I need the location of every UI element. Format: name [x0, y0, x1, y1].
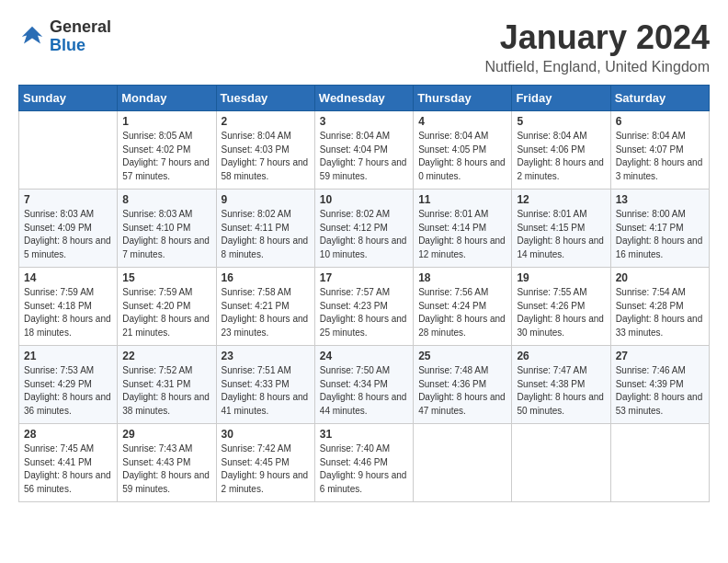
logo-text: General Blue	[50, 18, 111, 55]
day-number: 7	[24, 193, 112, 206]
calendar-header: SundayMondayTuesdayWednesdayThursdayFrid…	[19, 86, 710, 111]
header-day-tuesday: Tuesday	[216, 86, 314, 111]
day-info: Sunrise: 7:59 AMSunset: 4:18 PMDaylight:…	[24, 286, 112, 339]
day-info: Sunrise: 8:03 AMSunset: 4:09 PMDaylight:…	[24, 208, 112, 261]
calendar-row-2: 14Sunrise: 7:59 AMSunset: 4:18 PMDayligh…	[19, 268, 710, 346]
calendar-cell: 11Sunrise: 8:01 AMSunset: 4:14 PMDayligh…	[414, 190, 512, 268]
day-info: Sunrise: 7:47 AMSunset: 4:38 PMDaylight:…	[517, 364, 605, 418]
title-block: January 2024 Nutfield, England, United K…	[484, 18, 710, 75]
day-number: 27	[616, 350, 704, 362]
day-info: Sunrise: 7:42 AMSunset: 4:45 PMDaylight:…	[222, 442, 310, 496]
calendar-cell: 13Sunrise: 8:00 AMSunset: 4:17 PMDayligh…	[610, 190, 709, 268]
day-number: 9	[222, 193, 310, 206]
day-info: Sunrise: 7:48 AMSunset: 4:36 PMDaylight:…	[418, 364, 506, 418]
day-info: Sunrise: 8:04 AMSunset: 4:07 PMDaylight:…	[616, 130, 704, 183]
calendar-cell: 17Sunrise: 7:57 AMSunset: 4:23 PMDayligh…	[314, 268, 413, 346]
calendar-cell: 4Sunrise: 8:04 AMSunset: 4:05 PMDaylight…	[414, 111, 512, 190]
calendar-cell	[414, 424, 512, 502]
calendar-cell	[610, 424, 709, 502]
day-number: 11	[418, 193, 506, 206]
header-day-sunday: Sunday	[19, 86, 118, 111]
day-info: Sunrise: 7:58 AMSunset: 4:21 PMDaylight:…	[222, 286, 310, 339]
header-day-wednesday: Wednesday	[314, 86, 413, 111]
day-info: Sunrise: 8:04 AMSunset: 4:03 PMDaylight:…	[222, 130, 310, 183]
day-number: 16	[222, 271, 310, 284]
day-info: Sunrise: 7:50 AMSunset: 4:34 PMDaylight:…	[320, 364, 408, 418]
calendar-body: 1Sunrise: 8:05 AMSunset: 4:02 PMDaylight…	[19, 111, 710, 502]
location-text: Nutfield, England, United Kingdom	[484, 59, 710, 75]
day-number: 12	[517, 193, 605, 206]
calendar-cell: 1Sunrise: 8:05 AMSunset: 4:02 PMDaylight…	[118, 111, 216, 190]
day-number: 14	[24, 271, 112, 284]
day-info: Sunrise: 7:52 AMSunset: 4:31 PMDaylight:…	[122, 364, 210, 418]
header-day-friday: Friday	[512, 86, 610, 111]
day-number: 29	[122, 428, 210, 441]
calendar-cell: 19Sunrise: 7:55 AMSunset: 4:26 PMDayligh…	[512, 268, 610, 346]
day-info: Sunrise: 8:02 AMSunset: 4:12 PMDaylight:…	[320, 208, 408, 261]
calendar-cell: 22Sunrise: 7:52 AMSunset: 4:31 PMDayligh…	[118, 346, 216, 424]
calendar-cell: 15Sunrise: 7:59 AMSunset: 4:20 PMDayligh…	[118, 268, 216, 346]
day-number: 25	[418, 350, 506, 362]
day-number: 8	[122, 193, 210, 206]
header-row: SundayMondayTuesdayWednesdayThursdayFrid…	[19, 86, 710, 111]
day-info: Sunrise: 7:40 AMSunset: 4:46 PMDaylight:…	[320, 442, 408, 496]
day-info: Sunrise: 8:01 AMSunset: 4:14 PMDaylight:…	[418, 208, 506, 261]
calendar-cell: 24Sunrise: 7:50 AMSunset: 4:34 PMDayligh…	[314, 346, 413, 424]
day-number: 5	[517, 115, 605, 128]
calendar-cell: 23Sunrise: 7:51 AMSunset: 4:33 PMDayligh…	[216, 346, 314, 424]
calendar-row-0: 1Sunrise: 8:05 AMSunset: 4:02 PMDaylight…	[19, 111, 710, 190]
calendar-row-4: 28Sunrise: 7:45 AMSunset: 4:41 PMDayligh…	[19, 424, 710, 502]
day-number: 20	[616, 271, 704, 284]
day-number: 26	[517, 350, 605, 362]
calendar-cell: 28Sunrise: 7:45 AMSunset: 4:41 PMDayligh…	[19, 424, 118, 502]
day-number: 30	[222, 428, 310, 441]
day-info: Sunrise: 8:04 AMSunset: 4:04 PMDaylight:…	[320, 130, 408, 183]
calendar-table: SundayMondayTuesdayWednesdayThursdayFrid…	[18, 85, 710, 502]
day-info: Sunrise: 7:55 AMSunset: 4:26 PMDaylight:…	[517, 286, 605, 339]
day-number: 24	[320, 350, 408, 362]
day-info: Sunrise: 7:57 AMSunset: 4:23 PMDaylight:…	[320, 286, 408, 339]
page-header: General Blue January 2024 Nutfield, Engl…	[18, 18, 710, 75]
day-number: 18	[418, 271, 506, 284]
day-number: 13	[616, 193, 704, 206]
day-number: 31	[320, 428, 408, 441]
calendar-cell: 9Sunrise: 8:02 AMSunset: 4:11 PMDaylight…	[216, 190, 314, 268]
calendar-cell: 7Sunrise: 8:03 AMSunset: 4:09 PMDaylight…	[19, 190, 118, 268]
calendar-cell: 16Sunrise: 7:58 AMSunset: 4:21 PMDayligh…	[216, 268, 314, 346]
day-number: 17	[320, 271, 408, 284]
calendar-cell: 31Sunrise: 7:40 AMSunset: 4:46 PMDayligh…	[314, 424, 413, 502]
calendar-cell: 18Sunrise: 7:56 AMSunset: 4:24 PMDayligh…	[414, 268, 512, 346]
header-day-thursday: Thursday	[414, 86, 512, 111]
calendar-cell: 14Sunrise: 7:59 AMSunset: 4:18 PMDayligh…	[19, 268, 118, 346]
day-info: Sunrise: 7:43 AMSunset: 4:43 PMDaylight:…	[122, 442, 210, 496]
day-info: Sunrise: 8:03 AMSunset: 4:10 PMDaylight:…	[122, 208, 210, 261]
day-info: Sunrise: 8:00 AMSunset: 4:17 PMDaylight:…	[616, 208, 704, 261]
day-info: Sunrise: 8:04 AMSunset: 4:05 PMDaylight:…	[418, 130, 506, 183]
day-info: Sunrise: 7:56 AMSunset: 4:24 PMDaylight:…	[418, 286, 506, 339]
day-info: Sunrise: 8:05 AMSunset: 4:02 PMDaylight:…	[122, 130, 210, 183]
calendar-cell	[512, 424, 610, 502]
day-number: 10	[320, 193, 408, 206]
calendar-cell: 8Sunrise: 8:03 AMSunset: 4:10 PMDaylight…	[118, 190, 216, 268]
logo-icon	[18, 23, 46, 51]
day-number: 2	[222, 115, 310, 128]
header-day-saturday: Saturday	[610, 86, 709, 111]
calendar-row-3: 21Sunrise: 7:53 AMSunset: 4:29 PMDayligh…	[19, 346, 710, 424]
calendar-cell: 6Sunrise: 8:04 AMSunset: 4:07 PMDaylight…	[610, 111, 709, 190]
month-title: January 2024	[484, 18, 710, 57]
header-day-monday: Monday	[118, 86, 216, 111]
calendar-cell: 10Sunrise: 8:02 AMSunset: 4:12 PMDayligh…	[314, 190, 413, 268]
day-info: Sunrise: 7:46 AMSunset: 4:39 PMDaylight:…	[616, 364, 704, 418]
day-info: Sunrise: 7:45 AMSunset: 4:41 PMDaylight:…	[24, 442, 112, 496]
calendar-cell: 30Sunrise: 7:42 AMSunset: 4:45 PMDayligh…	[216, 424, 314, 502]
day-number: 23	[222, 350, 310, 362]
day-info: Sunrise: 7:53 AMSunset: 4:29 PMDaylight:…	[24, 364, 112, 418]
day-info: Sunrise: 8:02 AMSunset: 4:11 PMDaylight:…	[222, 208, 310, 261]
day-number: 15	[122, 271, 210, 284]
calendar-cell: 5Sunrise: 8:04 AMSunset: 4:06 PMDaylight…	[512, 111, 610, 190]
calendar-cell: 26Sunrise: 7:47 AMSunset: 4:38 PMDayligh…	[512, 346, 610, 424]
day-info: Sunrise: 7:51 AMSunset: 4:33 PMDaylight:…	[222, 364, 310, 418]
calendar-cell: 25Sunrise: 7:48 AMSunset: 4:36 PMDayligh…	[414, 346, 512, 424]
day-number: 28	[24, 428, 112, 441]
day-number: 22	[122, 350, 210, 362]
